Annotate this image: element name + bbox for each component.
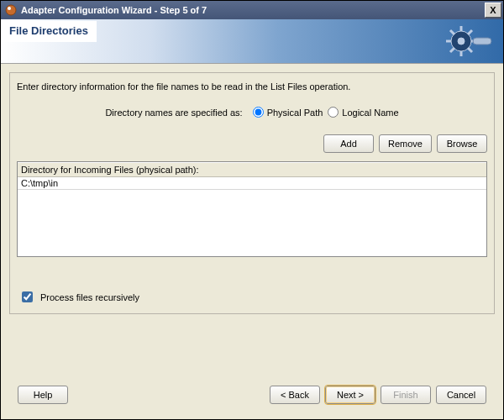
wizard-window: Adapter Configuration Wizard - Step 5 of… [0,0,504,420]
radio-physical-path[interactable]: Physical Path [253,107,323,118]
app-icon [4,3,18,17]
svg-line-8 [468,48,472,52]
table-body [18,177,486,256]
radio-logical-input[interactable] [328,107,339,118]
svg-line-7 [450,30,454,34]
recursive-checkbox-row[interactable]: Process files recursively [18,289,487,305]
svg-rect-12 [473,38,491,45]
close-button[interactable]: X [485,3,501,18]
main-panel: Enter directory information for the file… [9,72,495,314]
svg-point-11 [458,38,465,45]
radio-logical-label: Logical Name [342,108,398,118]
directory-path-input[interactable] [18,177,486,190]
radio-physical-input[interactable] [253,107,264,118]
back-button[interactable]: < Back [270,386,320,404]
table-header: Directory for Incoming Files (physical p… [18,162,486,177]
add-button[interactable]: Add [323,134,374,153]
close-icon: X [490,5,496,15]
wizard-banner: File Directories [1,19,503,64]
recursive-label: Process files recursively [40,292,139,302]
remove-button[interactable]: Remove [379,134,432,153]
directory-mode-label: Directory names are specified as: [105,108,242,118]
radio-physical-label: Physical Path [267,108,323,118]
content-area: Enter directory information for the file… [1,64,503,419]
titlebar: Adapter Configuration Wizard - Step 5 of… [1,1,503,19]
wizard-footer: Help < Back Next > Finish Cancel [9,381,495,412]
finish-button: Finish [381,386,431,404]
window-title: Adapter Configuration Wizard - Step 5 of… [21,5,207,15]
next-button[interactable]: Next > [325,386,375,404]
svg-line-9 [450,48,454,52]
svg-point-0 [6,5,16,15]
page-title: File Directories [3,21,97,42]
browse-button[interactable]: Browse [437,134,487,153]
table-toolbar: Add Remove Browse [17,134,487,153]
svg-line-10 [468,30,472,34]
directories-table: Directory for Incoming Files (physical p… [17,161,487,257]
svg-point-1 [8,7,11,10]
recursive-checkbox[interactable] [22,291,33,302]
radio-logical-name[interactable]: Logical Name [328,107,398,118]
help-button[interactable]: Help [18,386,68,404]
instruction-text: Enter directory information for the file… [17,81,487,92]
gear-icon [436,24,495,58]
directory-mode-group: Directory names are specified as: Physic… [17,107,487,118]
cancel-button[interactable]: Cancel [436,386,486,404]
